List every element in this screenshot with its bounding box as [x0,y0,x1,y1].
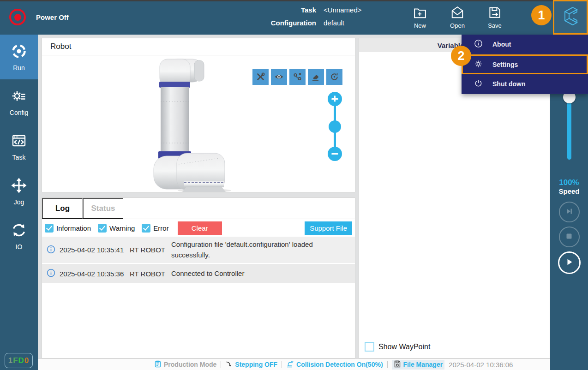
new-button[interactable]: New [405,6,435,29]
status-timestamp: 2025-04-02 10:36:06 [449,361,513,369]
menu-item-settings[interactable]: Settings [462,54,588,74]
sidebar-item-label: IO [16,243,23,251]
zoom-out-button[interactable] [328,147,342,161]
speed-slider-track[interactable] [567,98,571,160]
reset-view-button[interactable] [326,69,342,85]
stepping-status-label: Stepping OFF [235,361,277,368]
info-icon [474,39,483,49]
config-gear-icon [11,88,27,106]
device-code-char: D [18,356,24,365]
support-file-button[interactable]: Support File [305,221,352,235]
skip-forward-button[interactable] [559,202,580,222]
save-button-label: Save [488,22,502,29]
show-waypoint-checkbox[interactable] [365,342,374,352]
menu-item-label: Shut down [492,80,526,88]
error-checkbox[interactable] [142,224,150,233]
save-button[interactable]: Save [480,6,510,29]
power-icon [474,79,483,89]
new-button-label: New [414,22,426,29]
status-separator [282,361,282,368]
sidebar-item-run[interactable]: Run [0,35,38,79]
speed-value: 100% [550,178,588,187]
log-entry-list: 2025-04-02 10:35:41 RT ROBOT Configurati… [42,237,355,283]
file-manager-link[interactable]: File Manager [392,360,445,370]
path-nodes-button[interactable] [289,69,306,85]
status-bar: Production Mode Stepping OFF Collision D… [38,358,550,370]
device-code-char: 0 [24,356,29,365]
open-envelope-icon [450,6,464,21]
play-button[interactable] [558,251,581,274]
collision-detection-label: Collision Detection On(50%) [296,361,383,368]
clear-log-button[interactable]: Clear [178,221,222,235]
menu-item-label: About [492,41,511,48]
zoom-slider-knob[interactable] [329,120,341,133]
information-checkbox-label: Information [56,224,91,232]
open-button-label: Open [450,22,465,29]
stop-button[interactable] [559,227,580,247]
save-floppy-icon [488,6,502,21]
error-checkbox-label: Error [153,224,168,232]
file-drive-icon [394,360,401,369]
app-menu-button[interactable] [553,0,588,35]
information-checkbox[interactable] [45,224,54,233]
sidebar-item-io[interactable]: IO [0,214,38,258]
log-tabs: Log Status [42,198,355,219]
power-status-label: Power Off [36,13,69,21]
task-label: Task [256,6,316,14]
task-config-info: Task <Unnamed> Configuration default [256,6,378,32]
skip-forward-icon [565,207,573,217]
collision-robot-icon [286,360,294,369]
gear-icon [474,60,483,70]
file-manager-label: File Manager [403,361,443,368]
log-entry: 2025-04-02 10:35:36 RT ROBOT Connected t… [42,264,355,283]
log-entry: 2025-04-02 10:35:41 RT ROBOT Configurati… [42,237,355,263]
production-mode-status[interactable]: Production Mode [154,360,216,369]
top-bar: Power Off Task <Unnamed> Configuration d… [0,0,588,35]
sidebar-item-label: Config [10,109,28,116]
collision-detection-status[interactable]: Collision Detection On(50%) [286,360,383,369]
stepping-status[interactable]: Stepping OFF [225,360,277,369]
tab-log[interactable]: Log [42,198,83,219]
status-separator [387,361,388,368]
robot-3d-view [42,55,355,192]
sidebar-item-config[interactable]: Config [0,79,38,124]
tools-button[interactable] [252,69,269,85]
eraser-button[interactable] [308,69,324,85]
warning-checkbox[interactable] [98,224,107,233]
run-target-icon [11,43,27,61]
log-panel: Log Status Information Warning Error Cle… [42,197,355,358]
log-entry-message: Configuration file 'default.configuratio… [171,239,348,260]
device-code-indicator: 1FD0 [5,353,33,368]
info-circle-icon [47,269,55,279]
menu-item-shutdown[interactable]: Shut down [462,74,588,94]
device-code-char: F [13,356,18,365]
stepping-arrow-icon [225,360,233,369]
playback-controls [550,202,588,274]
info-circle-icon [47,245,55,255]
warning-checkbox-label: Warning [109,224,135,232]
io-cycle-icon [11,222,27,240]
log-filter-bar: Information Warning Error Clear Support … [42,219,355,237]
app-dropdown-menu: About Settings Shut down [462,35,588,94]
log-entry-message: Connected to Controller [171,269,348,279]
open-button[interactable]: Open [443,6,472,29]
screen-top-edge [0,0,588,1]
sidebar-item-jog[interactable]: Jog [0,169,38,214]
annotation-step-1: 1 [531,5,552,25]
left-sidebar: Run Config Task Jog IO 1FD0 [0,35,38,370]
annotation-step-2: 2 [451,46,471,66]
new-folder-icon [413,6,427,21]
tab-status[interactable]: Status [83,198,123,219]
task-value: <Unnamed> [324,6,362,14]
cube-logo-icon [560,6,581,29]
power-off-icon [9,9,26,25]
configuration-label: Configuration [256,19,316,27]
power-status[interactable]: Power Off [9,9,69,25]
menu-item-about[interactable]: About [462,35,588,54]
robot-view-toolbar [252,69,342,85]
file-actions: New Open Save [405,0,510,35]
sidebar-item-task[interactable]: Task [0,124,38,169]
visibility-button[interactable] [271,69,287,85]
sidebar-item-label: Task [12,154,26,161]
robot-panel: Robot [42,38,355,192]
